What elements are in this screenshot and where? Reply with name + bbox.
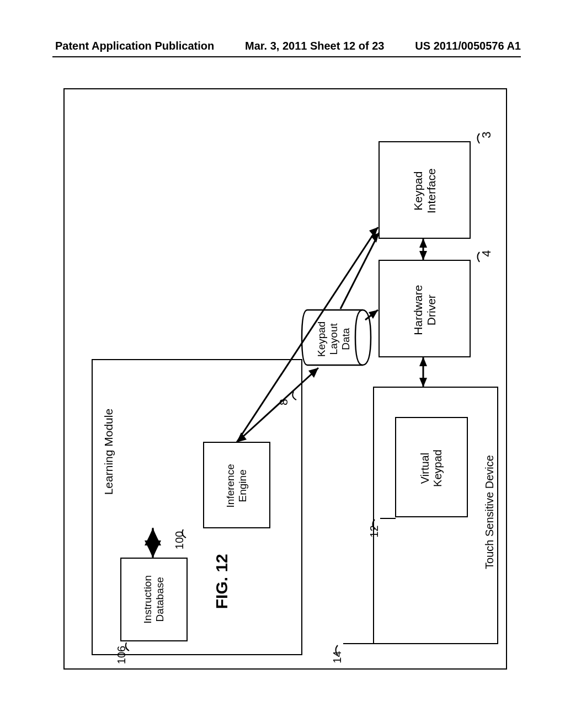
inference-engine-text: Inference Engine — [225, 453, 249, 519]
ref-14: 14 — [331, 647, 344, 667]
ref-106: 106 — [115, 641, 128, 669]
ref-100: 100 — [173, 527, 186, 554]
figure-caption: FIG. 12 — [212, 548, 232, 614]
header-left: Patent Application Publication — [55, 40, 214, 52]
touch-sensitive-label: Touch Sensitive Device — [483, 449, 496, 576]
page-frame: Learning Module Instruction Database 106… — [63, 88, 507, 670]
ref-4: 4 — [479, 245, 493, 262]
keypad-layout-text: Keypad Layout Data — [316, 312, 352, 367]
ref-12: 12 — [368, 522, 381, 542]
svg-marker-22 — [419, 238, 427, 248]
ref-8: 8 — [277, 394, 290, 410]
svg-line-19 — [365, 310, 378, 320]
header-right: US 2011/0050576 A1 — [415, 40, 521, 52]
svg-line-17 — [340, 233, 379, 309]
svg-rect-0 — [92, 360, 302, 655]
header-rule — [52, 56, 521, 57]
svg-marker-25 — [419, 357, 427, 366]
svg-marker-14 — [237, 432, 247, 442]
svg-line-15 — [237, 227, 378, 442]
svg-marker-23 — [419, 251, 427, 260]
header-middle: Mar. 3, 2011 Sheet 12 of 23 — [245, 40, 384, 52]
svg-marker-13 — [308, 368, 318, 378]
svg-rect-5 — [374, 387, 498, 644]
ref-3: 3 — [479, 127, 493, 143]
svg-marker-26 — [419, 378, 427, 387]
svg-marker-16 — [369, 227, 378, 237]
svg-marker-10 — [149, 528, 157, 537]
svg-marker-20 — [369, 310, 378, 319]
keypad-interface-text: Keypad Interface — [412, 147, 438, 235]
svg-marker-11 — [149, 549, 157, 558]
instruction-database-text: Instruction Database — [142, 565, 166, 634]
virtual-keypad-text: Virtual Keypad — [419, 432, 444, 504]
svg-marker-18 — [371, 233, 379, 243]
diagram-svg — [65, 89, 506, 668]
hardware-driver-text: Hardware Driver — [412, 266, 438, 354]
learning-module-label: Learning Module — [102, 405, 115, 499]
